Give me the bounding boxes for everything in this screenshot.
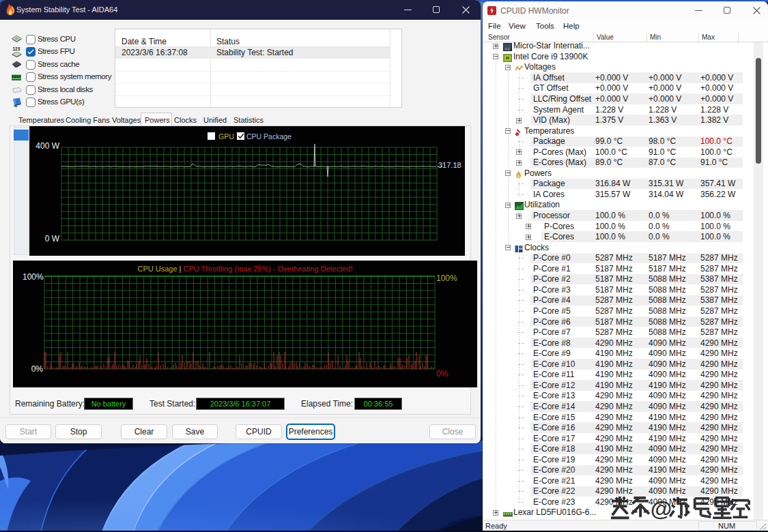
svg-text:MSI: MSI xyxy=(504,47,511,51)
svg-text:@: @ xyxy=(651,497,672,521)
svg-text:123: 123 xyxy=(13,46,20,51)
